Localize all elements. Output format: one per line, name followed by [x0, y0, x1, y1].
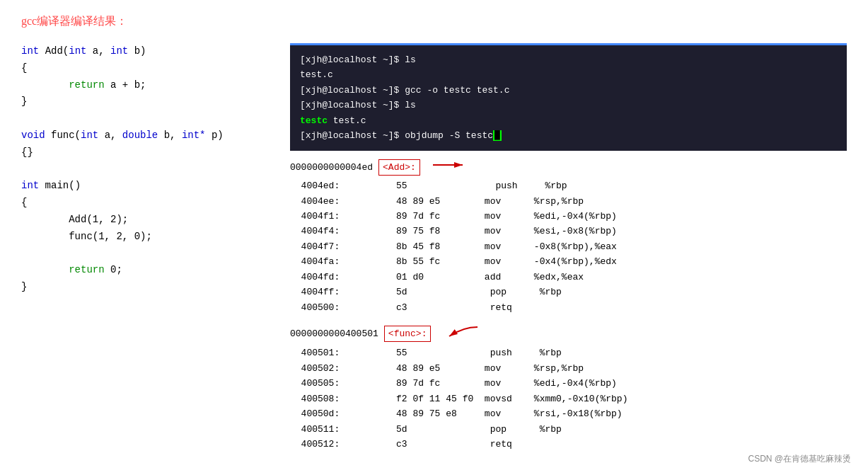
code-line: [21, 161, 248, 178]
page-title: gcc编译器编译结果：: [21, 14, 847, 29]
asm-row: 4004fa: 8b 55 fc mov -0x4(%rbp),%edx: [290, 254, 847, 269]
asm-row: 4004f1: 89 7d fc mov %edi,-0x4(%rbp): [290, 209, 847, 224]
asm-row: 400505: 89 7d fc mov %edi,-0x4(%rbp): [290, 376, 847, 391]
arrow-svg-2: [442, 324, 481, 339]
left-panel: int Add(int a, int b) { return a + b; } …: [21, 43, 248, 296]
asm-row: 4004ed: 55 push %rbp: [290, 178, 847, 193]
asm-row: 400501: 55 push %rbp: [290, 345, 847, 360]
terminal-line: testc test.c: [300, 113, 837, 128]
code-line: Add(1, 2);: [21, 212, 248, 229]
terminal-line: [xjh@localhost ~]$ gcc -o testc test.c: [300, 83, 837, 98]
asm-row: 400500: c3 retq: [290, 300, 847, 315]
asm-row: 40050d: 48 89 75 e8 mov %rsi,-0x18(%rbp): [290, 406, 847, 421]
asm-row: 4004f4: 89 75 f8 mov %esi,-0x8(%rbp): [290, 224, 847, 239]
arrow-svg: [432, 158, 467, 172]
terminal-line: [xjh@localhost ~]$ ls: [300, 98, 837, 113]
asm-row: 400511: 5d pop %rbp: [290, 422, 847, 437]
terminal-line: [xjh@localhost ~]$ objdump -S testc█: [300, 128, 837, 143]
add-arrow: [432, 158, 467, 177]
code-line: func(1, 2, 0);: [21, 229, 248, 246]
terminal-line: test.c: [300, 67, 837, 82]
asm-row: 400502: 48 89 e5 mov %rsp,%rbp: [290, 361, 847, 376]
code-line: [21, 246, 248, 263]
asm-func-section: 0000000000400501 <func>: 4005: [290, 324, 847, 452]
code-line: {: [21, 60, 248, 77]
asm-add-label: 0000000000004ed <Add>:: [290, 158, 847, 177]
asm-row: 4004ff: 5d pop %rbp: [290, 285, 847, 299]
asm-row: 400512: c3 retq: [290, 437, 847, 452]
code-line: [21, 110, 248, 127]
asm-add-section: 0000000000004ed <Add>: 4004ed:: [290, 158, 847, 315]
asm-func-label: 0000000000400501 <func>:: [290, 324, 847, 344]
code-line: {: [21, 195, 248, 212]
watermark: CSDN @在肯德基吃麻辣烫: [748, 453, 851, 465]
code-line: return 0;: [21, 262, 248, 279]
code-line: int Add(int a, int b): [21, 43, 248, 60]
code-line: int main(): [21, 178, 248, 195]
code-line: return a + b;: [21, 77, 248, 94]
code-line: }: [21, 279, 248, 296]
code-line: void func(int a, double b, int* p): [21, 127, 248, 144]
terminal-block: [xjh@localhost ~]$ ls test.c [xjh@localh…: [290, 43, 847, 151]
right-panel: [xjh@localhost ~]$ ls test.c [xjh@localh…: [290, 43, 847, 452]
asm-row: 4004f7: 8b 45 f8 mov -0x8(%rbp),%eax: [290, 239, 847, 254]
func-func-box: <func>:: [384, 326, 432, 342]
code-line: {}: [21, 144, 248, 161]
func-arrow: [442, 324, 481, 344]
asm-row: 400508: f2 0f 11 45 f0 movsd %xmm0,-0x10…: [290, 391, 847, 406]
terminal-line: [xjh@localhost ~]$ ls: [300, 52, 837, 67]
source-code: int Add(int a, int b) { return a + b; } …: [21, 43, 248, 296]
asm-row: 4004ee: 48 89 e5 mov %rsp,%rbp: [290, 194, 847, 209]
asm-row: 4004fd: 01 d0 add %edx,%eax: [290, 270, 847, 285]
add-func-box: <Add>:: [378, 159, 420, 176]
code-line: }: [21, 93, 248, 110]
